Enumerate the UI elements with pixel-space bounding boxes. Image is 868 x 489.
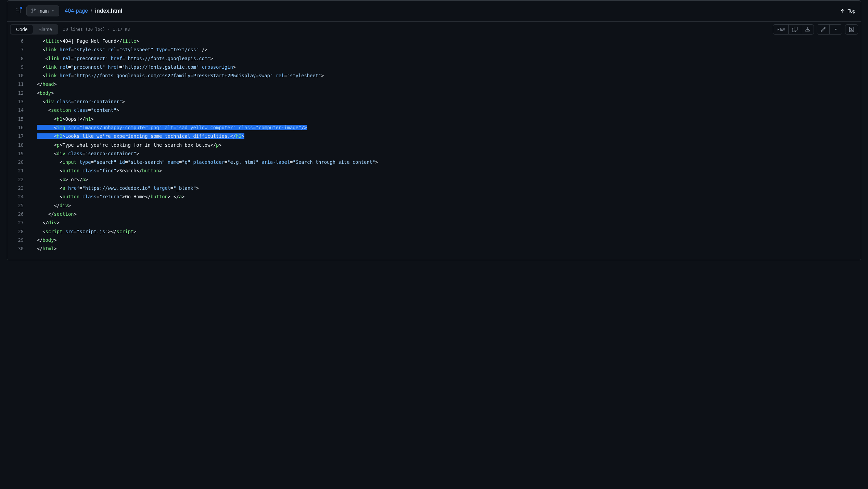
breadcrumb-separator: /: [91, 8, 92, 14]
code-line[interactable]: 25 </div>: [7, 201, 861, 210]
raw-button[interactable]: Raw: [773, 25, 789, 34]
code-line[interactable]: 26 </section>: [7, 210, 861, 219]
chevron-down-icon: [833, 27, 839, 32]
edit-dropdown[interactable]: [830, 25, 842, 34]
top-label: Top: [847, 8, 855, 14]
download-icon: [805, 27, 810, 32]
code-line[interactable]: 15 <h1>Oops!</h1>: [7, 115, 861, 123]
code-line[interactable]: 23 <a href="https://www.codedex.io" targ…: [7, 184, 861, 193]
code-line[interactable]: 10 <link href="https://fonts.googleapis.…: [7, 71, 861, 80]
code-line[interactable]: 22 <p> or</p>: [7, 175, 861, 184]
file-header: main 404-page / index.html Top: [7, 1, 861, 21]
code-line[interactable]: 7 <link href="style.css" rel="stylesheet…: [7, 45, 861, 54]
file-info: 30 lines (30 loc) · 1.17 KB: [63, 27, 130, 32]
code-line[interactable]: 14 <section class="content">: [7, 106, 861, 115]
code-line[interactable]: 13 <div class="error-container">: [7, 97, 861, 106]
code-line[interactable]: 29 </body>: [7, 236, 861, 244]
code-line[interactable]: 28 <script src="script.js"></script>: [7, 227, 861, 236]
code-line[interactable]: 21 <button class="find">Search</button>: [7, 167, 861, 175]
code-line[interactable]: 19 <div class="search-container">: [7, 149, 861, 158]
code-line[interactable]: 20 <input type="search" id="site-search"…: [7, 158, 861, 167]
code-line[interactable]: 18 <p>Type what you're looking for in th…: [7, 141, 861, 149]
code-line[interactable]: 30 </html>: [7, 244, 861, 253]
code-toolbar: Code Blame 30 lines (30 loc) · 1.17 KB R…: [7, 21, 861, 37]
view-tabs: Code Blame: [10, 24, 58, 35]
code-line[interactable]: 16 <img src="images/unhappy-computer.png…: [7, 123, 861, 132]
arrow-up-icon: [840, 8, 845, 14]
file-tree-toggle[interactable]: [13, 5, 24, 16]
copy-icon: [792, 27, 797, 32]
symbols-icon: [849, 27, 854, 32]
code-line[interactable]: 6 <title>404| Page Not Found</title>: [7, 37, 861, 45]
breadcrumb-dir-link[interactable]: 404-page: [65, 8, 88, 14]
code-line[interactable]: 12 <body>: [7, 89, 861, 97]
tab-code[interactable]: Code: [11, 25, 33, 34]
copy-button[interactable]: [789, 25, 801, 34]
branch-selector[interactable]: main: [26, 5, 59, 16]
chevron-down-icon: [51, 9, 55, 13]
branch-icon: [31, 8, 36, 14]
code-line[interactable]: 24 <button class="return">Go Home</butto…: [7, 193, 861, 201]
code-line[interactable]: 8 <link rel="preconnect" href="https://f…: [7, 54, 861, 63]
edit-button[interactable]: [817, 25, 830, 34]
code-line[interactable]: 11 </head>: [7, 80, 861, 89]
pencil-icon: [820, 27, 826, 32]
branch-name: main: [38, 8, 49, 14]
download-button[interactable]: [801, 25, 814, 34]
breadcrumb: 404-page / index.html: [65, 8, 122, 14]
symbols-button[interactable]: [845, 25, 858, 34]
jump-to-top-button[interactable]: Top: [840, 8, 855, 14]
code-line[interactable]: 9 <link rel="preconnect" href="https://f…: [7, 63, 861, 71]
notification-dot-icon: [20, 6, 23, 10]
code-line[interactable]: 27 </div>: [7, 219, 861, 227]
code-editor[interactable]: 6 <title>404| Page Not Found</title>7 <l…: [7, 37, 861, 260]
breadcrumb-file: index.html: [95, 8, 122, 14]
code-line[interactable]: 17 <h2>Looks like we're experiencing som…: [7, 132, 861, 141]
tab-blame[interactable]: Blame: [33, 25, 58, 34]
